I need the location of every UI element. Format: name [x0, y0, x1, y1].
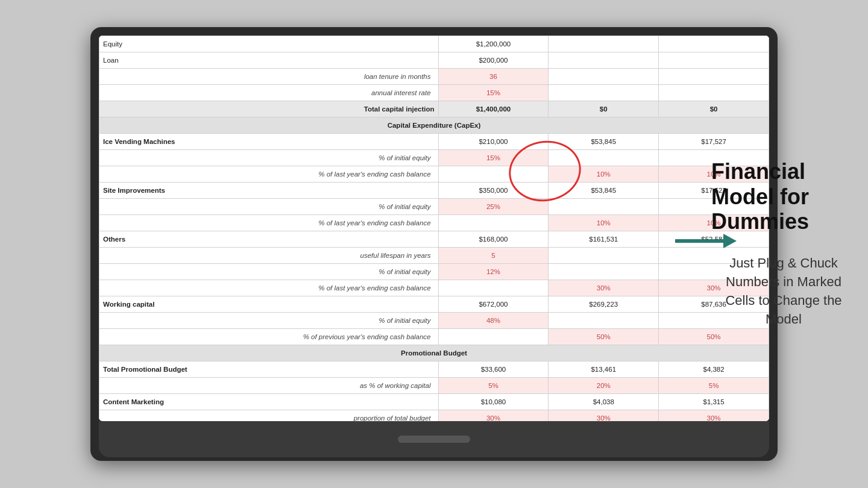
row-v1-16: $672,000	[438, 296, 549, 313]
row-v1-3: 15%	[438, 85, 549, 101]
row-label-18: % of previous year's ending cash balance	[99, 329, 439, 345]
row-label-9: Site Improvements	[99, 183, 439, 199]
row-label-7: % of initial equity	[99, 150, 439, 166]
row-v2-20: $13,461	[549, 361, 659, 378]
spreadsheet: Equity $1,200,000 Loan $200,000 loan ten…	[99, 36, 769, 421]
row-label-15: % of last year's ending cash balance	[99, 280, 439, 296]
row-label-11: % of last year's ending cash balance	[99, 215, 439, 231]
annotation-arrow	[675, 234, 737, 248]
row-v2-12: $161,531	[549, 231, 659, 248]
row-v1-9: $350,000	[438, 183, 549, 199]
row-v1-2: 36	[438, 69, 549, 85]
row-v2-0	[549, 36, 659, 52]
section-header-5: Capital Expenditure (CapEx)	[99, 117, 769, 134]
laptop-notch	[398, 436, 470, 443]
laptop-base	[99, 421, 769, 457]
annotation-panel: Financial Model for Dummies Just Plug & …	[693, 0, 868, 488]
row-label-0: Equity	[99, 36, 439, 52]
annotation-body: Just Plug & Chuck Numbers in Marked Cell…	[711, 254, 856, 328]
laptop-screen: Equity $1,200,000 Loan $200,000 loan ten…	[99, 36, 769, 421]
row-v2-10	[549, 199, 659, 215]
row-v2-21: 20%	[549, 378, 659, 394]
row-v1-6: $210,000	[438, 134, 549, 150]
row-v1-17: 48%	[438, 313, 549, 329]
annotation-title: Financial Model for Dummies	[711, 159, 856, 234]
row-v1-4: $1,400,000	[438, 101, 549, 117]
section-header-19: Promotional Budget	[99, 345, 769, 361]
row-v1-15	[438, 280, 549, 296]
row-label-10: % of initial equity	[99, 199, 439, 215]
row-label-23: proportion of total budget	[99, 410, 439, 422]
arrow-line	[675, 239, 723, 243]
row-v1-18	[438, 329, 549, 345]
row-v1-0: $1,200,000	[438, 36, 549, 52]
row-label-2: loan tenure in months	[99, 69, 439, 85]
row-v1-11	[438, 215, 549, 231]
row-v2-16: $269,223	[549, 296, 659, 313]
row-label-6: Ice Vending Machines	[99, 134, 439, 150]
row-v1-14: 12%	[438, 264, 549, 280]
row-label-20: Total Promotional Budget	[99, 361, 439, 378]
row-v1-13: 5	[438, 248, 549, 264]
row-v1-21: 5%	[438, 378, 549, 394]
row-v2-17	[549, 313, 659, 329]
row-v2-8: 10%	[549, 166, 659, 183]
laptop-frame: Equity $1,200,000 Loan $200,000 loan ten…	[90, 27, 778, 461]
row-v2-4: $0	[549, 101, 659, 117]
row-label-8: % of last year's ending cash balance	[99, 166, 439, 183]
row-label-4: Total capital injection	[99, 101, 439, 117]
row-v2-22: $4,038	[549, 394, 659, 410]
row-v1-23: 30%	[438, 410, 549, 422]
row-v2-15: 30%	[549, 280, 659, 296]
arrow-head	[723, 234, 737, 248]
row-v1-10: 25%	[438, 199, 549, 215]
row-label-1: Loan	[99, 52, 439, 69]
row-v2-6: $53,845	[549, 134, 659, 150]
row-v2-2	[549, 69, 659, 85]
row-label-21: as % of working capital	[99, 378, 439, 394]
row-v2-14	[549, 264, 659, 280]
financial-table: Equity $1,200,000 Loan $200,000 loan ten…	[99, 36, 769, 421]
row-v2-23: 30%	[549, 410, 659, 422]
row-v2-3	[549, 85, 659, 101]
row-v1-12: $168,000	[438, 231, 549, 248]
row-v2-18: 50%	[549, 329, 659, 345]
row-label-14: % of initial equity	[99, 264, 439, 280]
row-v2-7	[549, 150, 659, 166]
row-label-12: Others	[99, 231, 439, 248]
row-label-3: annual interest rate	[99, 85, 439, 101]
row-v2-9: $53,845	[549, 183, 659, 199]
row-label-17: % of initial equity	[99, 313, 439, 329]
row-v2-1	[549, 52, 659, 69]
row-label-13: useful lifespan in years	[99, 248, 439, 264]
row-v2-13	[549, 248, 659, 264]
row-v1-22: $10,080	[438, 394, 549, 410]
row-v2-11: 10%	[549, 215, 659, 231]
row-label-16: Working capital	[99, 296, 439, 313]
row-v1-1: $200,000	[438, 52, 549, 69]
row-v1-8	[438, 166, 549, 183]
row-label-22: Content Marketing	[99, 394, 439, 410]
row-v1-20: $33,600	[438, 361, 549, 378]
page-wrapper: Equity $1,200,000 Loan $200,000 loan ten…	[0, 0, 868, 488]
row-v1-7: 15%	[438, 150, 549, 166]
